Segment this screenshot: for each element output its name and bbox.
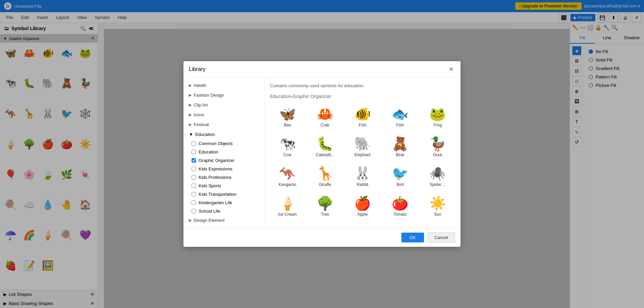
design-element-arrow-icon: ▶ (189, 218, 192, 222)
subitem-education[interactable]: Education (186, 148, 264, 156)
modal-symbol-rabbit[interactable]: 🐰Rabbit (345, 163, 380, 190)
modal-symbol-fish2[interactable]: 🐟Fish (383, 103, 418, 130)
modal-close-button[interactable]: ✕ (447, 65, 455, 73)
cancel-button[interactable]: Cancel (427, 232, 455, 243)
subitem-graphic-organizer[interactable]: Graphic Organizer (186, 156, 264, 165)
tomato-label: Tomato (394, 212, 407, 217)
modal-symbol-apple[interactable]: 🍎Apple (345, 192, 380, 219)
modal-item-design-element[interactable]: ▶ Design Element (183, 215, 264, 225)
graphic-organizer-checkbox[interactable] (192, 158, 196, 163)
cow-label: Cow (283, 152, 292, 157)
kids-sports-checkbox[interactable] (192, 184, 196, 188)
modal-symbol-duck[interactable]: 🦆Duck (420, 133, 455, 160)
tree-icon: 🌳 (317, 196, 333, 210)
subitem-kindergarten-life[interactable]: Kindergarten Life (186, 198, 264, 207)
kids-transportation-checkbox[interactable] (192, 192, 196, 196)
education-checkbox[interactable] (192, 150, 196, 154)
bear-icon: 🧸 (392, 137, 408, 150)
kindergarten-life-checkbox[interactable] (192, 200, 196, 205)
sun-label: Sun (434, 212, 441, 217)
subitem-kids-transportation[interactable]: Kids Transportation (186, 190, 264, 198)
modal-item-festival[interactable]: ▶ Festival (183, 120, 264, 129)
modal-item-clipart[interactable]: ▶ Clip Art (183, 100, 264, 110)
bee-icon: 🦋 (279, 107, 296, 121)
modal-symbol-tomato[interactable]: 🍅Tomato (383, 192, 418, 219)
modal-title: Library (189, 66, 205, 72)
fish2-label: Fish (396, 123, 404, 127)
modal-sidebar: ▶ Helath ▶ Fashion Design ▶ Clip Art ▶ I… (183, 78, 265, 228)
elephant-label: Elephant (354, 152, 370, 157)
subitem-kids-professions[interactable]: Kids Professions (186, 173, 264, 182)
modal-footer: OK Cancel (183, 228, 461, 247)
modal-symbol-fish1[interactable]: 🐠Fish (345, 103, 380, 130)
fashion-arrow-icon: ▶ (189, 93, 192, 97)
modal-symbol-tree[interactable]: 🌳Tree (307, 192, 342, 219)
modal-symbol-bird[interactable]: 🐦Bird (383, 163, 418, 190)
spider-label: Spider ... (429, 182, 446, 187)
apple-icon: 🍎 (354, 196, 371, 210)
frog-label: Frog (434, 123, 442, 127)
modal-symbol-elephant[interactable]: 🐘Elephant (345, 133, 380, 160)
modal-overlay[interactable]: Library ✕ ▶ Helath ▶ Fashion Design ▶ Cl… (0, 0, 644, 308)
modal-symbol-giraffe[interactable]: 🦒Giraffe (307, 163, 342, 190)
modal-symbol-caterpillar[interactable]: 🐛Caterpill... (307, 133, 342, 160)
rabbit-label: Rabbit (357, 182, 369, 187)
subitem-school-life[interactable]: School Life (186, 207, 264, 215)
modal-section-title: Education-Graphic Organizer (270, 94, 455, 99)
modal-body: ▶ Helath ▶ Fashion Design ▶ Clip Art ▶ I… (183, 78, 461, 228)
modal-description: Contains commonly used symbols for educa… (270, 83, 455, 88)
modal-symbol-bee[interactable]: 🦋Bee (270, 103, 305, 130)
kangaroo-icon: 🦘 (279, 167, 296, 180)
crab-icon: 🦀 (317, 107, 333, 121)
crab-label: Crab (321, 123, 329, 127)
modal-item-fashion[interactable]: ▶ Fashion Design (183, 90, 264, 100)
rabbit-icon: 🐰 (354, 167, 371, 180)
fashion-label: Fashion Design (194, 93, 224, 98)
subitem-kids-expressions[interactable]: Kids Expressions (186, 165, 264, 173)
library-modal: Library ✕ ▶ Helath ▶ Fashion Design ▶ Cl… (183, 61, 461, 247)
modal-symbol-icecream[interactable]: 🍦Ice Cream (270, 192, 305, 219)
tomato-icon: 🍅 (392, 196, 408, 210)
education-arrow-icon: ▼ (189, 132, 193, 137)
apple-label: Apple (357, 212, 368, 217)
modal-header: Library ✕ (183, 61, 461, 78)
cow-icon: 🐄 (279, 137, 296, 150)
festival-arrow-icon: ▶ (189, 122, 192, 127)
modal-symbols-grid: 🦋Bee 🦀Crab 🐠Fish 🐟Fish 🐸Frog 🐄Cow 🐛Cater… (270, 103, 455, 219)
icons-arrow-icon: ▶ (189, 113, 192, 117)
modal-item-helath[interactable]: ▶ Helath (183, 80, 264, 90)
modal-symbol-frog[interactable]: 🐸Frog (420, 103, 455, 130)
design-element-label: Design Element (194, 218, 225, 223)
kids-professions-checkbox[interactable] (192, 175, 196, 180)
modal-symbol-cow[interactable]: 🐄Cow (270, 133, 305, 160)
duck-icon: 🦆 (429, 137, 446, 150)
festival-label: Festival (194, 122, 209, 127)
modal-content: Contains commonly used symbols for educa… (265, 78, 461, 228)
education-label: Education (195, 132, 215, 137)
caterpillar-icon: 🐛 (317, 137, 333, 150)
modal-symbol-crab[interactable]: 🦀Crab (307, 103, 342, 130)
modal-item-icons[interactable]: ▶ Icons (183, 110, 264, 120)
fish1-label: Fish (359, 123, 367, 127)
clipart-label: Clip Art (194, 102, 208, 108)
school-life-checkbox[interactable] (192, 209, 196, 213)
kids-expressions-checkbox[interactable] (192, 167, 196, 171)
subitem-kids-sports[interactable]: Kids Sports (186, 182, 264, 190)
frog-icon: 🐸 (429, 107, 446, 121)
modal-section-education[interactable]: ▼ Education (183, 129, 264, 139)
modal-symbol-bear[interactable]: 🧸Bear (383, 133, 418, 160)
clipart-arrow-icon: ▶ (189, 103, 192, 107)
bear-label: Bear (396, 152, 404, 157)
modal-symbol-kangaroo[interactable]: 🦘Kangaroo (270, 163, 305, 190)
subitem-common-objects[interactable]: Common Objects (186, 139, 264, 148)
section-title-sub: Graphic Organizer (293, 94, 331, 99)
caterpillar-label: Caterpill... (316, 152, 334, 157)
section-title-main: Education (270, 94, 291, 99)
modal-symbol-spider[interactable]: 🕷️Spider ... (420, 163, 455, 190)
common-objects-checkbox[interactable] (192, 141, 196, 146)
helath-arrow-icon: ▶ (189, 83, 192, 88)
duck-label: Duck (433, 152, 442, 157)
ok-button[interactable]: OK (401, 233, 424, 242)
modal-symbol-sun[interactable]: ☀️Sun (420, 192, 455, 219)
fish2-icon: 🐟 (392, 107, 408, 121)
